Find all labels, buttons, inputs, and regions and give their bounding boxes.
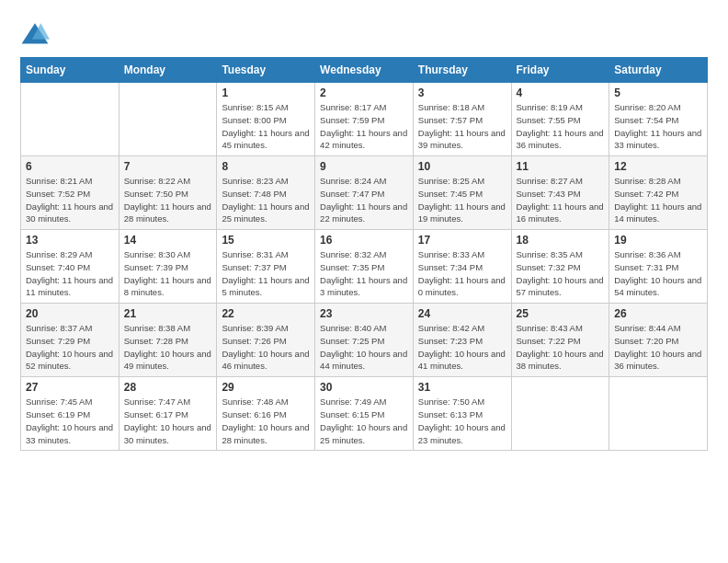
day-number: 11: [517, 160, 605, 173]
week-row-2: 6Sunrise: 8:21 AM Sunset: 7:52 PM Daylig…: [21, 156, 708, 230]
day-number: 15: [222, 234, 310, 247]
day-info: Sunrise: 8:19 AM Sunset: 7:55 PM Dayligh…: [517, 101, 605, 152]
day-cell: 29Sunrise: 7:48 AM Sunset: 6:16 PM Dayli…: [217, 377, 315, 451]
day-cell: 27Sunrise: 7:45 AM Sunset: 6:19 PM Dayli…: [21, 377, 119, 451]
day-info: Sunrise: 8:22 AM Sunset: 7:50 PM Dayligh…: [124, 175, 212, 225]
day-cell: [609, 377, 708, 451]
day-info: Sunrise: 8:43 AM Sunset: 7:22 PM Dayligh…: [517, 322, 605, 373]
day-cell: 16Sunrise: 8:32 AM Sunset: 7:35 PM Dayli…: [315, 230, 414, 304]
day-info: Sunrise: 7:48 AM Sunset: 6:16 PM Dayligh…: [222, 396, 310, 446]
day-number: 6: [26, 160, 114, 173]
day-cell: [511, 377, 609, 451]
day-number: 9: [320, 160, 408, 173]
day-cell: 13Sunrise: 8:29 AM Sunset: 7:40 PM Dayli…: [21, 230, 119, 304]
day-number: 14: [124, 234, 212, 247]
day-info: Sunrise: 8:20 AM Sunset: 7:54 PM Dayligh…: [614, 101, 702, 152]
day-info: Sunrise: 8:32 AM Sunset: 7:35 PM Dayligh…: [320, 248, 408, 299]
day-number: 10: [418, 160, 506, 173]
day-cell: 4Sunrise: 8:19 AM Sunset: 7:55 PM Daylig…: [511, 83, 609, 156]
day-info: Sunrise: 8:39 AM Sunset: 7:26 PM Dayligh…: [222, 322, 310, 373]
day-cell: [119, 83, 217, 156]
day-number: 16: [320, 234, 408, 247]
day-number: 28: [124, 381, 212, 394]
day-number: 19: [614, 234, 702, 247]
day-info: Sunrise: 7:45 AM Sunset: 6:19 PM Dayligh…: [26, 396, 114, 446]
day-info: Sunrise: 8:15 AM Sunset: 8:00 PM Dayligh…: [222, 101, 310, 152]
day-cell: 28Sunrise: 7:47 AM Sunset: 6:17 PM Dayli…: [119, 377, 217, 451]
col-header-monday: Monday: [119, 58, 217, 83]
day-info: Sunrise: 8:24 AM Sunset: 7:47 PM Dayligh…: [320, 175, 408, 225]
day-number: 29: [222, 381, 310, 394]
day-cell: 3Sunrise: 8:18 AM Sunset: 7:57 PM Daylig…: [413, 83, 511, 156]
day-info: Sunrise: 8:30 AM Sunset: 7:39 PM Dayligh…: [124, 248, 212, 299]
day-cell: 6Sunrise: 8:21 AM Sunset: 7:52 PM Daylig…: [21, 156, 119, 230]
day-cell: 5Sunrise: 8:20 AM Sunset: 7:54 PM Daylig…: [609, 83, 708, 156]
day-info: Sunrise: 7:50 AM Sunset: 6:13 PM Dayligh…: [418, 396, 506, 446]
day-info: Sunrise: 8:18 AM Sunset: 7:57 PM Dayligh…: [418, 101, 506, 152]
week-row-5: 27Sunrise: 7:45 AM Sunset: 6:19 PM Dayli…: [21, 377, 708, 451]
day-cell: 26Sunrise: 8:44 AM Sunset: 7:20 PM Dayli…: [609, 304, 708, 377]
day-number: 2: [320, 86, 408, 99]
week-row-1: 1Sunrise: 8:15 AM Sunset: 8:00 PM Daylig…: [21, 83, 708, 156]
logo: [20, 20, 53, 50]
page: SundayMondayTuesdayWednesdayThursdayFrid…: [0, 0, 728, 464]
day-cell: 31Sunrise: 7:50 AM Sunset: 6:13 PM Dayli…: [413, 377, 511, 451]
col-header-sunday: Sunday: [21, 58, 119, 83]
col-header-saturday: Saturday: [609, 58, 708, 83]
day-cell: [21, 83, 119, 156]
day-cell: 25Sunrise: 8:43 AM Sunset: 7:22 PM Dayli…: [511, 304, 609, 377]
day-info: Sunrise: 8:40 AM Sunset: 7:25 PM Dayligh…: [320, 322, 408, 373]
col-header-wednesday: Wednesday: [315, 58, 414, 83]
day-number: 27: [26, 381, 114, 394]
day-info: Sunrise: 8:31 AM Sunset: 7:37 PM Dayligh…: [222, 248, 310, 299]
day-number: 21: [124, 307, 212, 320]
day-cell: 8Sunrise: 8:23 AM Sunset: 7:48 PM Daylig…: [217, 156, 315, 230]
day-cell: 21Sunrise: 8:38 AM Sunset: 7:28 PM Dayli…: [119, 304, 217, 377]
day-info: Sunrise: 8:42 AM Sunset: 7:23 PM Dayligh…: [418, 322, 506, 373]
day-info: Sunrise: 8:33 AM Sunset: 7:34 PM Dayligh…: [418, 248, 506, 299]
day-cell: 17Sunrise: 8:33 AM Sunset: 7:34 PM Dayli…: [413, 230, 511, 304]
day-cell: 18Sunrise: 8:35 AM Sunset: 7:32 PM Dayli…: [511, 230, 609, 304]
day-cell: 30Sunrise: 7:49 AM Sunset: 6:15 PM Dayli…: [315, 377, 414, 451]
week-row-3: 13Sunrise: 8:29 AM Sunset: 7:40 PM Dayli…: [21, 230, 708, 304]
day-cell: 9Sunrise: 8:24 AM Sunset: 7:47 PM Daylig…: [315, 156, 414, 230]
day-number: 1: [222, 86, 310, 99]
day-info: Sunrise: 8:29 AM Sunset: 7:40 PM Dayligh…: [26, 248, 114, 299]
day-number: 7: [124, 160, 212, 173]
day-cell: 7Sunrise: 8:22 AM Sunset: 7:50 PM Daylig…: [119, 156, 217, 230]
day-info: Sunrise: 8:37 AM Sunset: 7:29 PM Dayligh…: [26, 322, 114, 373]
day-cell: 20Sunrise: 8:37 AM Sunset: 7:29 PM Dayli…: [21, 304, 119, 377]
day-cell: 10Sunrise: 8:25 AM Sunset: 7:45 PM Dayli…: [413, 156, 511, 230]
day-number: 30: [320, 381, 408, 394]
day-number: 20: [26, 307, 114, 320]
day-cell: 11Sunrise: 8:27 AM Sunset: 7:43 PM Dayli…: [511, 156, 609, 230]
day-number: 12: [614, 160, 702, 173]
day-cell: 15Sunrise: 8:31 AM Sunset: 7:37 PM Dayli…: [217, 230, 315, 304]
day-number: 18: [517, 234, 605, 247]
day-info: Sunrise: 8:27 AM Sunset: 7:43 PM Dayligh…: [517, 175, 605, 225]
day-number: 17: [418, 234, 506, 247]
day-info: Sunrise: 8:17 AM Sunset: 7:59 PM Dayligh…: [320, 101, 408, 152]
day-cell: 24Sunrise: 8:42 AM Sunset: 7:23 PM Dayli…: [413, 304, 511, 377]
day-cell: 14Sunrise: 8:30 AM Sunset: 7:39 PM Dayli…: [119, 230, 217, 304]
day-cell: 22Sunrise: 8:39 AM Sunset: 7:26 PM Dayli…: [217, 304, 315, 377]
col-header-thursday: Thursday: [413, 58, 511, 83]
day-info: Sunrise: 8:38 AM Sunset: 7:28 PM Dayligh…: [124, 322, 212, 373]
day-number: 8: [222, 160, 310, 173]
header: [20, 17, 708, 50]
calendar-table: SundayMondayTuesdayWednesdayThursdayFrid…: [20, 57, 708, 451]
day-info: Sunrise: 8:44 AM Sunset: 7:20 PM Dayligh…: [614, 322, 702, 373]
day-cell: 12Sunrise: 8:28 AM Sunset: 7:42 PM Dayli…: [609, 156, 708, 230]
day-info: Sunrise: 8:25 AM Sunset: 7:45 PM Dayligh…: [418, 175, 506, 225]
day-info: Sunrise: 8:23 AM Sunset: 7:48 PM Dayligh…: [222, 175, 310, 225]
day-number: 13: [26, 234, 114, 247]
day-number: 4: [517, 86, 605, 99]
header-row: SundayMondayTuesdayWednesdayThursdayFrid…: [21, 58, 708, 83]
day-info: Sunrise: 8:35 AM Sunset: 7:32 PM Dayligh…: [517, 248, 605, 299]
week-row-4: 20Sunrise: 8:37 AM Sunset: 7:29 PM Dayli…: [21, 304, 708, 377]
day-info: Sunrise: 8:28 AM Sunset: 7:42 PM Dayligh…: [614, 175, 702, 225]
day-cell: 23Sunrise: 8:40 AM Sunset: 7:25 PM Dayli…: [315, 304, 414, 377]
day-info: Sunrise: 7:47 AM Sunset: 6:17 PM Dayligh…: [124, 396, 212, 446]
day-number: 25: [517, 307, 605, 320]
day-number: 24: [418, 307, 506, 320]
